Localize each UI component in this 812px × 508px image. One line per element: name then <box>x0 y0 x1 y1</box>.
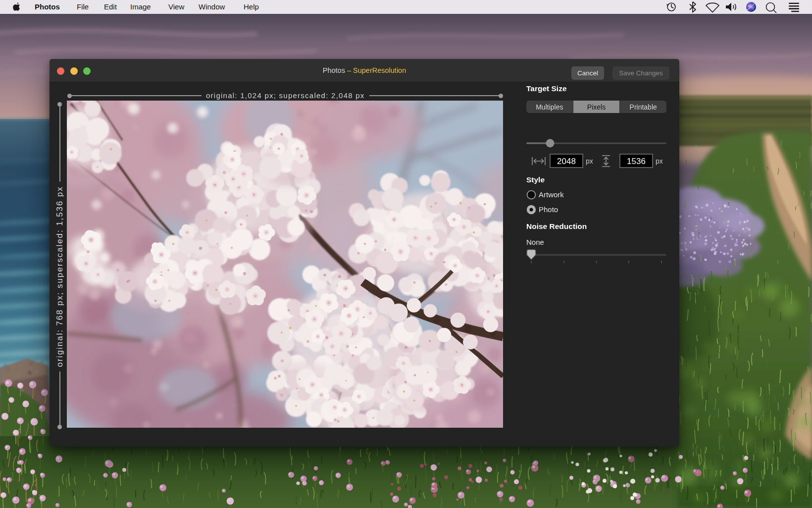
svg-text:Photo: Photo <box>539 205 558 214</box>
svg-text:2048: 2048 <box>557 157 576 166</box>
svg-text:Artwork: Artwork <box>539 190 564 199</box>
svg-text:px: px <box>586 157 593 165</box>
svg-text:px: px <box>656 157 663 165</box>
svg-text:1536: 1536 <box>627 157 646 166</box>
